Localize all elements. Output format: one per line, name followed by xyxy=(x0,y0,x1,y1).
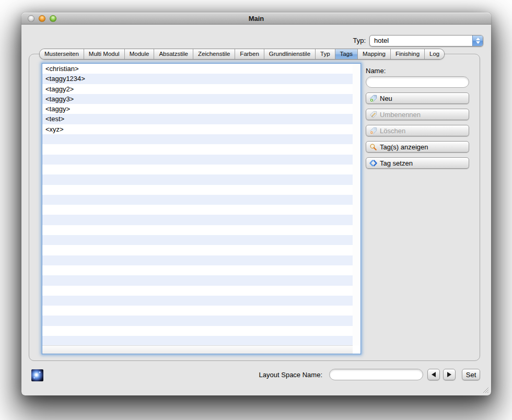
tag-list: <christian><taggy1234><taggy2><taggy3><t… xyxy=(42,63,361,354)
title-bar[interactable]: Main xyxy=(21,13,491,25)
typ-label: Typ: xyxy=(353,37,366,44)
list-item[interactable]: <xyz> xyxy=(42,124,353,134)
list-item[interactable] xyxy=(42,336,353,345)
tag-setzen-button-label: Tag setzen xyxy=(380,159,413,167)
tag-actions: Neu Umbenennen Löschen Tag(s) xyxy=(366,92,469,169)
list-item[interactable] xyxy=(42,326,353,336)
list-item[interactable]: <taggy2> xyxy=(42,84,353,94)
galaxy-logo-icon xyxy=(31,369,43,381)
tab-multi-modul[interactable]: Multi Modul xyxy=(84,49,124,59)
horizontal-scrollbar[interactable] xyxy=(42,345,353,354)
loeschen-button[interactable]: Löschen xyxy=(366,125,469,136)
list-item[interactable] xyxy=(42,185,353,195)
list-item[interactable] xyxy=(42,225,353,235)
neu-button-label: Neu xyxy=(380,95,392,102)
tab-tags[interactable]: Tags xyxy=(335,49,357,59)
window-title: Main xyxy=(21,13,491,25)
list-item[interactable]: <taggy1234> xyxy=(42,74,353,84)
list-item[interactable] xyxy=(42,205,353,215)
name-label: Name: xyxy=(366,67,386,75)
tab-mapping[interactable]: Mapping xyxy=(357,49,390,59)
vertical-scrollbar[interactable] xyxy=(353,64,360,345)
scrollbar-corner xyxy=(353,345,360,354)
right-triangle-icon xyxy=(447,372,451,377)
umbenennen-button-label: Umbenennen xyxy=(380,111,421,119)
list-item[interactable]: <taggy> xyxy=(42,104,353,114)
neu-button[interactable]: Neu xyxy=(366,92,469,104)
set-button-label: Set xyxy=(466,371,476,379)
name-input[interactable] xyxy=(366,76,469,88)
tab-module[interactable]: Module xyxy=(124,49,154,59)
list-item[interactable] xyxy=(42,245,353,255)
list-item[interactable] xyxy=(42,174,353,184)
list-item[interactable] xyxy=(42,296,353,306)
tab-zeichenstile[interactable]: Zeichenstile xyxy=(193,49,235,59)
tag-remove-icon xyxy=(369,127,377,135)
layout-space-name-input[interactable] xyxy=(329,369,423,380)
list-item[interactable]: <test> xyxy=(42,114,353,124)
tab-bar: Musterseiten Multi Modul Module Absatzst… xyxy=(39,49,445,60)
tab-grundlinienstile[interactable]: Grundlinienstile xyxy=(264,49,315,59)
typ-dropdown[interactable]: hotel xyxy=(369,35,483,46)
tags-anzeigen-button-label: Tag(s) anzeigen xyxy=(380,143,428,151)
tags-anzeigen-button[interactable]: Tag(s) anzeigen xyxy=(366,141,469,153)
resize-grip[interactable] xyxy=(482,387,489,393)
list-item[interactable] xyxy=(42,255,353,265)
tab-typ[interactable]: Typ xyxy=(315,49,335,59)
list-item[interactable] xyxy=(42,265,353,275)
tab-finishing[interactable]: Finishing xyxy=(390,49,424,59)
angle-brackets-icon xyxy=(369,160,377,167)
left-triangle-icon xyxy=(432,372,436,377)
list-item[interactable] xyxy=(42,144,353,154)
tag-rename-icon xyxy=(369,111,377,119)
set-button[interactable]: Set xyxy=(462,369,480,380)
previous-button[interactable] xyxy=(427,369,440,380)
tag-add-icon xyxy=(369,95,377,102)
list-item[interactable] xyxy=(42,275,353,285)
list-item[interactable] xyxy=(42,316,353,325)
list-item[interactable] xyxy=(42,215,353,225)
tab-log[interactable]: Log xyxy=(424,49,444,59)
main-window: Main Typ: hotel Musterseiten Multi Modul… xyxy=(21,13,491,395)
list-item[interactable] xyxy=(42,286,353,296)
list-item[interactable] xyxy=(42,134,353,144)
list-item[interactable] xyxy=(42,165,353,174)
list-item[interactable] xyxy=(42,155,353,165)
magnifier-icon xyxy=(369,143,377,151)
tag-list-rows: <christian><taggy1234><taggy2><taggy3><t… xyxy=(42,64,353,345)
tab-absatzstile[interactable]: Absatzstile xyxy=(154,49,193,59)
umbenennen-button[interactable]: Umbenennen xyxy=(366,109,469,120)
list-item[interactable] xyxy=(42,306,353,316)
list-item[interactable] xyxy=(42,235,353,245)
list-item[interactable]: <taggy3> xyxy=(42,94,353,104)
list-item[interactable]: <christian> xyxy=(42,64,353,74)
list-item[interactable] xyxy=(42,195,353,205)
tag-setzen-button[interactable]: Tag setzen xyxy=(366,157,469,169)
typ-dropdown-value: hotel xyxy=(374,36,389,46)
next-button[interactable] xyxy=(443,369,456,380)
stepper-arrows-icon xyxy=(472,36,483,46)
tab-farben[interactable]: Farben xyxy=(235,49,263,59)
loeschen-button-label: Löschen xyxy=(380,127,405,135)
tab-musterseiten[interactable]: Musterseiten xyxy=(40,49,84,59)
layout-space-name-label: Layout Space Name: xyxy=(259,371,322,379)
